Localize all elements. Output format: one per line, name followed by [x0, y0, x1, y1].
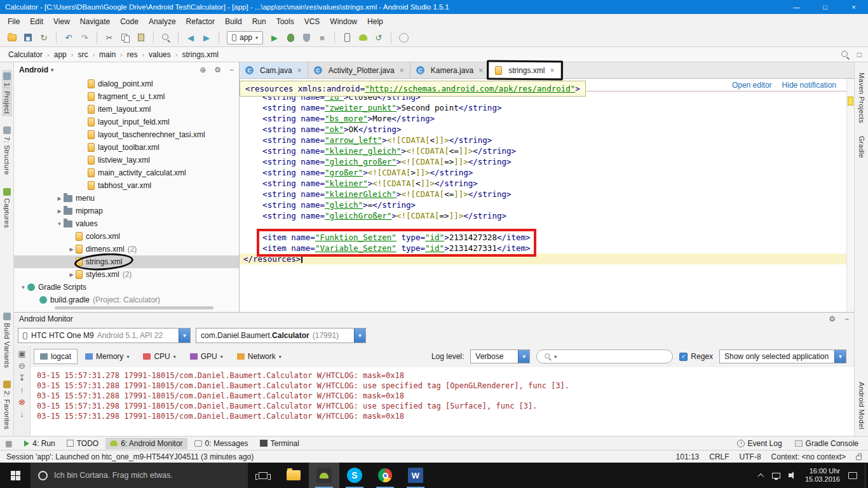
tool-window-tab-0-messages[interactable]: 0: Messages — [190, 438, 253, 449]
close-tab-icon[interactable]: × — [297, 66, 302, 75]
tool-window-tab-4-run[interactable]: 4: Run — [20, 438, 59, 449]
tree-item-layout-toolbar-xml[interactable]: layout_toolbar.xml — [14, 141, 239, 154]
tool-window-tab-6-android-monitor[interactable]: 6: Android Monitor — [105, 438, 187, 449]
maximize-button[interactable]: □ — [811, 0, 839, 14]
back-icon[interactable]: ◀ — [184, 30, 198, 44]
menu-item-tools[interactable]: Tools — [271, 15, 299, 28]
find-icon[interactable] — [159, 30, 173, 44]
tool-button-build-variants[interactable]: Build Variants — [2, 310, 12, 370]
menu-item-run[interactable]: Run — [247, 15, 271, 28]
tree-item-main-activity-calculat-xml[interactable]: main_activity_calculat.xml — [14, 166, 239, 179]
dropdown-arrow-icon[interactable]: ▼ — [354, 329, 365, 342]
process-selector[interactable]: com.Daniel.Baumert. Calculator (17991) ▼ — [196, 328, 366, 343]
tool-window-corner-icon[interactable]: ▦ — [5, 439, 12, 448]
monitor-tab-network[interactable]: Network▾ — [231, 349, 288, 364]
restart-icon[interactable]: ⊗ — [18, 397, 25, 407]
cortana-search[interactable]: Ich bin Cortana. Frag mich etwas. — [31, 463, 248, 488]
tree-item-colors-xml[interactable]: colors.xml — [14, 230, 239, 243]
forward-icon[interactable]: ▶ — [200, 30, 214, 44]
device-selector[interactable]: HTC HTC One M9 Android 5.1, API 22 ▼ — [18, 328, 191, 343]
logcat-filter-selector[interactable]: Show only selected application ▼ — [719, 349, 846, 363]
redo-icon[interactable]: ↷ — [78, 30, 92, 44]
tool-button-1-project[interactable]: 1: Project — [2, 70, 12, 116]
monitor-settings-gear-icon[interactable]: ⚙ — [829, 315, 836, 323]
scroll-to-end-icon[interactable]: ↧ — [18, 373, 25, 383]
close-tab-icon[interactable]: × — [478, 66, 483, 75]
monitor-tab-gpu[interactable]: GPU▾ — [184, 349, 229, 364]
close-button[interactable]: × — [839, 0, 868, 14]
open-icon[interactable] — [5, 30, 19, 44]
notification-center-icon[interactable] — [848, 472, 857, 479]
breadcrumb-item-strings-xml[interactable]: strings.xml — [179, 49, 221, 60]
editor-tab-kamera-java[interactable]: Kamera.java× — [410, 62, 489, 78]
lock-icon[interactable] — [856, 456, 862, 460]
search-everywhere-icon[interactable] — [841, 50, 850, 59]
taskbar-word[interactable]: W — [400, 463, 431, 488]
tree-item-listview-lay-xml[interactable]: listview_lay.xml — [14, 154, 239, 166]
run-icon[interactable]: ▶ — [268, 30, 281, 44]
tool-button-2-favorites[interactable]: 2: Favorites — [2, 378, 12, 432]
sync-icon[interactable]: ↻ — [37, 30, 51, 44]
tree-item-build-gradle[interactable]: build.gradle(Project: Calculator) — [14, 294, 239, 304]
network-icon[interactable] — [772, 473, 780, 478]
tree-item-item-layout-xml[interactable]: item_layout.xml — [14, 103, 239, 116]
help-icon[interactable] — [397, 30, 410, 44]
menu-item-refactor[interactable]: Refactor — [181, 15, 220, 28]
taskbar-skype[interactable]: S — [339, 463, 370, 488]
context-widget[interactable]: Context: <no context> — [771, 452, 846, 461]
logcat-search-input[interactable]: ▾ — [536, 349, 673, 363]
tool-button-maven-projects[interactable]: Maven Projects — [857, 70, 867, 126]
tool-window-tab-gradle-console[interactable]: Gradle Console — [790, 438, 863, 449]
tool-window-tab-terminal[interactable]: Terminal — [255, 438, 304, 449]
editor-error-stripe[interactable] — [846, 79, 854, 312]
coverage-icon[interactable] — [299, 30, 313, 44]
copy-icon[interactable] — [118, 30, 132, 44]
cut-icon[interactable]: ✂ — [102, 30, 116, 44]
menu-item-code[interactable]: Code — [115, 15, 144, 28]
breadcrumb-item-app[interactable]: app — [51, 49, 70, 60]
stop-icon[interactable]: ■ — [315, 30, 329, 44]
menu-item-help[interactable]: Help — [362, 15, 388, 28]
breadcrumb-item-values[interactable]: values — [146, 49, 174, 60]
tree-item-tabhost-var-xml[interactable]: tabhost_var.xml — [14, 179, 239, 192]
project-view-selector[interactable]: Android — [19, 65, 48, 74]
sdk-manager-icon[interactable] — [356, 30, 370, 44]
editor-tab-strings-xml[interactable]: strings.xml× — [489, 62, 560, 78]
tool-window-tab-todo[interactable]: TODO — [62, 438, 103, 449]
breadcrumb-item-src[interactable]: src — [74, 49, 91, 60]
menu-item-analyze[interactable]: Analyze — [144, 15, 181, 28]
breadcrumb-item-calculator[interactable]: Calculator — [5, 49, 46, 60]
tree-item-layout-taschenrechner-tasi-xml[interactable]: layout_taschenrechner_tasi.xml — [14, 128, 239, 141]
close-tab-icon[interactable]: × — [400, 66, 404, 75]
tool-button-android-model[interactable]: Android Model — [857, 379, 867, 432]
hide-notification-link[interactable]: Hide notification — [782, 81, 836, 90]
settings-gear-icon[interactable]: ⚙ — [214, 65, 221, 74]
menu-item-edit[interactable]: Edit — [25, 15, 48, 28]
minimize-button[interactable]: — — [782, 0, 811, 14]
horizontal-scrollbar[interactable] — [55, 306, 214, 309]
editor-tab-cam-java[interactable]: Cam.java× — [240, 62, 308, 78]
regex-checkbox[interactable]: ✓ — [679, 353, 688, 361]
dropdown-arrow-icon[interactable]: ▼ — [179, 329, 190, 342]
tree-item-dialog-point-xml[interactable]: dialog_point.xml — [14, 78, 239, 90]
tree-item-styles-xml[interactable]: ▶styles.xml(2) — [14, 268, 239, 281]
clear-logcat-icon[interactable]: ⊖ — [18, 361, 25, 371]
code-editor[interactable]: <string name="zu">Closed</string> <strin… — [240, 92, 846, 312]
menu-item-build[interactable]: Build — [220, 15, 247, 28]
hide-panel-icon[interactable]: − — [229, 65, 234, 74]
monitor-tab-cpu[interactable]: CPU▾ — [137, 349, 182, 364]
menu-item-window[interactable]: Window — [325, 15, 362, 28]
tree-item-layout-input-feld-xml[interactable]: layout_input_feld.xml — [14, 116, 239, 128]
tool-window-tab-event-log[interactable]: Event Log — [733, 438, 787, 449]
menu-item-view[interactable]: View — [48, 15, 75, 28]
monitor-tab-memory[interactable]: Memory▾ — [79, 349, 135, 364]
breadcrumb-item-res[interactable]: res — [124, 49, 141, 60]
tool-button-7-structure[interactable]: 7: Structure — [2, 124, 12, 177]
tree-item-strings-xml[interactable]: strings.xml — [14, 255, 239, 268]
debug-icon[interactable] — [283, 30, 297, 44]
task-view-button[interactable] — [248, 463, 278, 488]
start-button[interactable] — [0, 463, 31, 488]
screenshot-icon[interactable]: ▣ — [18, 349, 25, 359]
show-desktop-button[interactable] — [865, 463, 868, 488]
locate-file-icon[interactable]: ⊕ — [200, 65, 206, 74]
